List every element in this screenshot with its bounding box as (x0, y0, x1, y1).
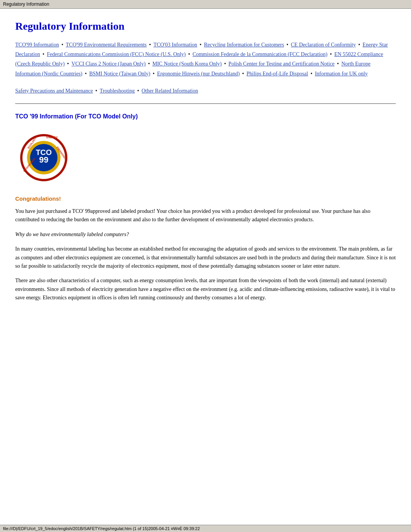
section-divider (15, 103, 396, 104)
nav-link-other-info[interactable]: Other Related Information (142, 88, 198, 94)
nav-link-fcc-declaration[interactable]: Commission Federale de la Communication … (193, 51, 328, 57)
nav-link-mic[interactable]: MIC Notice (South Korea Only) (152, 61, 221, 67)
tab-bar: Regulatory Information (0, 0, 411, 9)
svg-text:99: 99 (39, 155, 48, 165)
page-content: Regulatory Information TCO'99 Informatio… (0, 9, 411, 331)
svg-text:ENERGY: ENERGY (46, 136, 58, 139)
nav-link-safety[interactable]: Safety Precautions and Maintenance (15, 88, 93, 94)
nav-link-ce[interactable]: CE Declaration of Conformity (291, 42, 356, 48)
energy-consumption-paragraph: There are also other characteristics of … (15, 276, 396, 302)
nav-link-vcci[interactable]: VCCI Class 2 Notice (Japan Only) (72, 61, 146, 67)
page-title: Regulatory Information (15, 20, 396, 32)
nav-link-philips[interactable]: Philips End-of-Life Disposal (247, 71, 308, 77)
tco-logo: TCO 99 ECOLOGY ENERGY EMISSIONS ERGONOMI… (19, 133, 68, 182)
nav-link-fcc[interactable]: Federal Communications Commission (FCC) … (47, 51, 186, 57)
intro-paragraph: You have just purchased a TCO' 99approve… (15, 207, 396, 224)
status-bar: file:///D|/EDFU/crt_19_5/edoc/english/20… (0, 525, 411, 532)
tco99-section-title: TCO '99 Information (For TCO Model Only) (15, 113, 396, 120)
nav-links-section1: TCO'99 Information • TCO'99 Environmenta… (15, 40, 396, 78)
tco-logo-container: TCO 99 ECOLOGY ENERGY EMISSIONS ERGONOMI… (15, 129, 396, 195)
nav-link-bsmi[interactable]: BSMI Notice (Taiwan Only) (89, 71, 150, 77)
tab-label: Regulatory Information (3, 2, 49, 7)
nav-link-ergonomie[interactable]: Ergonomie Hinweis (nur Deutschland) (157, 71, 240, 77)
nav-link-recycling[interactable]: Recycling Information for Customers (204, 42, 284, 48)
nav-link-troubleshooting[interactable]: Troubleshooting (100, 88, 135, 94)
status-text: file:///D|/EDFU/crt_19_5/edoc/english/20… (3, 526, 200, 531)
italic-heading: Why do we have environmentally labeled c… (15, 230, 396, 239)
nav-link-uk[interactable]: Information for UK only (315, 71, 368, 77)
nav-link-tco99[interactable]: TCO'99 Information (15, 42, 59, 48)
nav-link-tco99-env[interactable]: TCO'99 Environmental Requirements (66, 42, 147, 48)
nav-link-polish[interactable]: Polish Center for Testing and Certificat… (228, 61, 335, 67)
nav-links-section2: Safety Precautions and Maintenance • Tro… (15, 86, 396, 96)
environmental-labeling-paragraph: In many countries, environmental labelin… (15, 245, 396, 270)
congratulations-heading: Congratulations! (15, 195, 396, 202)
nav-link-tco03[interactable]: TCO'03 Information (153, 42, 197, 48)
